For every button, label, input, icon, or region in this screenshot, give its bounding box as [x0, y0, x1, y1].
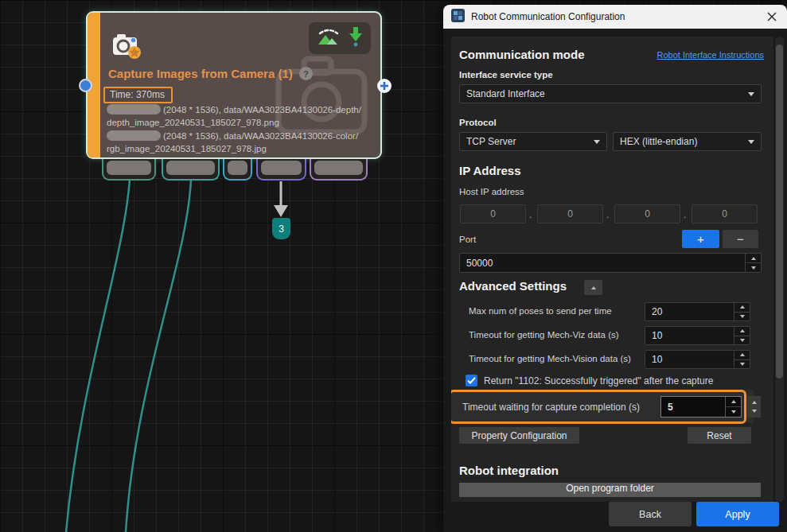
highlight-callout-box — [451, 390, 746, 424]
spin-up-icon[interactable] — [734, 327, 750, 336]
scrollbar-thumb[interactable] — [776, 45, 783, 379]
help-icon[interactable]: ? — [299, 67, 313, 80]
node-title: Capture Images from Camera (1) — [108, 67, 293, 80]
reset-button[interactable]: Reset — [688, 427, 751, 444]
spin-up-icon[interactable] — [746, 254, 761, 262]
robot-communication-dialog: Robot Communication Configuration Commun… — [443, 5, 787, 532]
interface-service-type-label: Interface service type — [459, 70, 553, 80]
add-port-row-button[interactable]: + — [682, 230, 719, 248]
protocol-select[interactable]: TCP Server — [459, 132, 607, 151]
advanced-settings-heading: Advanced Settings — [459, 279, 567, 293]
interface-service-type-select[interactable]: Standard Interface — [459, 84, 762, 103]
mech-vision-timeout-label: Timeout for getting Mech-Vision data (s) — [469, 354, 631, 363]
save-output-icon[interactable] — [349, 25, 363, 51]
format-select[interactable]: HEX (little-endian) — [613, 132, 762, 151]
redacted-text-pill — [107, 130, 161, 141]
max-poses-label: Max num of poses to send per time — [469, 306, 612, 316]
redacted-text-pill — [107, 104, 161, 115]
app-icon — [451, 9, 465, 25]
dialog-content-panel: Communication mode Robot Interface Instr… — [451, 37, 773, 502]
visualization-icon[interactable] — [317, 26, 341, 50]
robot-interface-instructions-link[interactable]: Robot Interface Instructions — [656, 50, 764, 60]
spin-up-icon[interactable] — [734, 303, 750, 312]
output-port-1[interactable] — [102, 159, 156, 181]
apply-button[interactable]: Apply — [696, 502, 779, 526]
spin-down-icon[interactable] — [746, 262, 761, 272]
check-icon — [467, 377, 476, 384]
chevron-down-icon — [748, 92, 754, 96]
communication-mode-heading: Communication mode — [459, 48, 585, 61]
collapse-advanced-button[interactable] — [584, 280, 602, 295]
chevron-down-icon — [594, 140, 600, 144]
ip-octet-1-input[interactable]: 0 — [460, 204, 526, 223]
back-button[interactable]: Back — [609, 502, 692, 526]
plus-icon — [380, 81, 389, 91]
ip-address-heading: IP Address — [459, 164, 521, 177]
ip-octet-3-input[interactable]: 0 — [614, 204, 680, 223]
execution-time-badge: Time: 370ms — [103, 87, 173, 103]
remove-port-row-button[interactable]: − — [723, 230, 758, 248]
host-ip-label: Host IP address — [459, 187, 524, 196]
robot-integration-heading: Robot integration — [459, 464, 559, 477]
chevron-down-icon — [748, 140, 754, 144]
dialog-title: Robot Communication Configuration — [471, 11, 758, 22]
output-port-4[interactable] — [256, 159, 306, 181]
port-input[interactable]: 50000 — [459, 253, 762, 273]
output-port-5[interactable] — [310, 159, 368, 181]
spin-down-icon[interactable] — [734, 359, 750, 369]
ip-separator: . — [529, 209, 532, 220]
output-port-3[interactable] — [223, 159, 252, 181]
ip-octet-2-input[interactable]: 0 — [537, 204, 603, 223]
close-icon[interactable] — [765, 10, 779, 24]
port-label: Port — [459, 235, 476, 244]
return-1102-label: Return "1102: Successfully triggered" af… — [484, 375, 713, 386]
output-port-2[interactable] — [162, 159, 220, 181]
dialog-scrollbar[interactable] — [775, 37, 784, 502]
camera-icon — [111, 30, 143, 64]
protocol-label: Protocol — [459, 118, 497, 127]
mech-vision-timeout-input[interactable]: 10 — [645, 350, 750, 369]
spinner-fragment[interactable] — [747, 396, 761, 417]
capture-images-node[interactable]: Capture Images from Camera (1) ? Time: 3… — [86, 11, 382, 159]
node-output-info: (2048 * 1536), data/WAA3023BA4130026-dep… — [107, 103, 379, 156]
spin-down-icon[interactable] — [734, 336, 750, 345]
return-1102-checkbox[interactable] — [466, 375, 477, 386]
spin-down-icon[interactable] — [734, 312, 750, 321]
mech-viz-timeout-label: Timeout for getting Mech-Viz data (s) — [469, 330, 619, 340]
chevron-up-icon — [591, 286, 596, 289]
spin-up-icon[interactable] — [734, 351, 750, 359]
node-input-port[interactable] — [79, 79, 92, 92]
dialog-titlebar[interactable]: Robot Communication Configuration — [443, 5, 787, 29]
max-poses-input[interactable]: 20 — [645, 302, 750, 321]
flow-count-badge: 3 — [272, 218, 290, 239]
property-configuration-button[interactable]: Property Configuration — [459, 427, 579, 444]
ip-separator: . — [684, 209, 686, 220]
ip-separator: . — [606, 209, 609, 220]
screen: Capture Images from Camera (1) ? Time: 3… — [0, 0, 787, 532]
mech-viz-timeout-input[interactable]: 10 — [645, 326, 750, 345]
open-program-folder-button[interactable]: Open program folder — [459, 483, 761, 497]
add-port-button[interactable] — [377, 79, 392, 93]
ip-octet-4-input[interactable]: 0 — [692, 204, 758, 223]
node-action-icons — [309, 22, 371, 54]
